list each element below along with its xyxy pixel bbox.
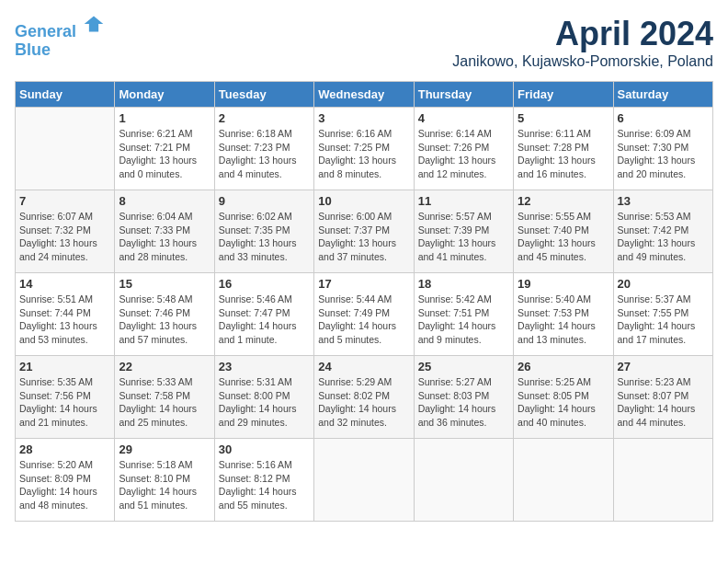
day-number: 21 [19,360,110,373]
day-info: Sunrise: 5:27 AMSunset: 8:03 PMDaylight:… [418,375,509,430]
day-number: 15 [119,277,210,291]
calendar-week-row: 7Sunrise: 6:07 AMSunset: 7:32 PMDaylight… [16,190,713,273]
calendar-cell: 18Sunrise: 5:42 AMSunset: 7:51 PMDayligh… [414,273,513,356]
day-info: Sunrise: 5:48 AMSunset: 7:46 PMDaylight:… [119,293,210,347]
day-number: 20 [618,277,709,291]
day-number: 6 [618,111,709,125]
day-info: Sunrise: 5:31 AMSunset: 8:00 PMDaylight:… [219,375,310,430]
day-info: Sunrise: 5:18 AMSunset: 8:10 PMDaylight:… [119,458,210,512]
weekday-header-thursday: Thursday [414,82,513,108]
day-info: Sunrise: 5:55 AMSunset: 7:40 PMDaylight:… [518,210,609,264]
day-number: 12 [518,194,609,208]
day-number: 3 [318,111,409,125]
logo: General Blue [15,15,105,60]
logo-blue: Blue [15,40,51,59]
day-number: 11 [418,194,509,208]
calendar-cell: 22Sunrise: 5:33 AMSunset: 7:58 PMDayligh… [115,356,214,439]
day-info: Sunrise: 5:57 AMSunset: 7:39 PMDaylight:… [418,210,509,264]
day-info: Sunrise: 6:11 AMSunset: 7:28 PMDaylight:… [518,127,609,181]
calendar-cell: 6Sunrise: 6:09 AMSunset: 7:30 PMDaylight… [613,108,712,190]
calendar-cell: 3Sunrise: 6:16 AMSunset: 7:25 PMDaylight… [314,108,414,190]
calendar-cell: 24Sunrise: 5:29 AMSunset: 8:02 PMDayligh… [314,356,414,439]
day-number: 18 [418,277,509,291]
logo-bird-icon [83,13,105,35]
day-info: Sunrise: 6:09 AMSunset: 7:30 PMDaylight:… [618,127,709,181]
logo-general: General [15,22,76,40]
calendar-cell [414,439,513,522]
day-info: Sunrise: 5:44 AMSunset: 7:49 PMDaylight:… [318,293,409,347]
day-info: Sunrise: 5:29 AMSunset: 8:02 PMDaylight:… [318,375,409,430]
weekday-header-tuesday: Tuesday [214,82,313,108]
calendar-cell: 29Sunrise: 5:18 AMSunset: 8:10 PMDayligh… [115,439,214,522]
weekday-header-wednesday: Wednesday [314,82,414,108]
calendar-cell [613,439,712,522]
day-info: Sunrise: 5:46 AMSunset: 7:47 PMDaylight:… [219,293,310,347]
day-number: 13 [618,194,709,208]
day-number: 25 [418,360,509,373]
day-info: Sunrise: 6:07 AMSunset: 7:32 PMDaylight:… [19,210,110,264]
calendar-cell: 11Sunrise: 5:57 AMSunset: 7:39 PMDayligh… [414,190,513,273]
day-info: Sunrise: 5:51 AMSunset: 7:44 PMDaylight:… [19,293,110,347]
calendar-table: SundayMondayTuesdayWednesdayThursdayFrid… [15,81,713,522]
day-number: 1 [119,111,210,125]
page-header: General Blue April 2024 Janikowo, Kujaws… [15,15,713,70]
day-number: 10 [318,194,409,208]
day-number: 30 [219,442,310,456]
day-number: 17 [318,277,409,291]
svg-marker-0 [85,16,104,31]
calendar-cell: 14Sunrise: 5:51 AMSunset: 7:44 PMDayligh… [16,273,115,356]
weekday-header-sunday: Sunday [16,82,115,108]
day-info: Sunrise: 5:25 AMSunset: 8:05 PMDaylight:… [518,375,609,430]
calendar-cell: 28Sunrise: 5:20 AMSunset: 8:09 PMDayligh… [16,439,115,522]
day-number: 4 [418,111,509,125]
calendar-cell [314,439,414,522]
day-number: 28 [19,442,110,456]
day-info: Sunrise: 5:53 AMSunset: 7:42 PMDaylight:… [618,210,709,264]
calendar-week-row: 21Sunrise: 5:35 AMSunset: 7:56 PMDayligh… [16,356,713,439]
day-number: 27 [618,360,709,373]
calendar-cell: 25Sunrise: 5:27 AMSunset: 8:03 PMDayligh… [414,356,513,439]
calendar-cell: 2Sunrise: 6:18 AMSunset: 7:23 PMDaylight… [214,108,313,190]
day-info: Sunrise: 5:35 AMSunset: 7:56 PMDaylight:… [19,375,110,430]
day-info: Sunrise: 6:16 AMSunset: 7:25 PMDaylight:… [318,127,409,181]
calendar-cell: 15Sunrise: 5:48 AMSunset: 7:46 PMDayligh… [115,273,214,356]
weekday-header-row: SundayMondayTuesdayWednesdayThursdayFrid… [16,82,713,108]
calendar-week-row: 1Sunrise: 6:21 AMSunset: 7:21 PMDaylight… [16,108,713,190]
day-number: 8 [119,194,210,208]
calendar-cell: 21Sunrise: 5:35 AMSunset: 7:56 PMDayligh… [16,356,115,439]
day-info: Sunrise: 5:20 AMSunset: 8:09 PMDaylight:… [19,458,110,512]
day-info: Sunrise: 5:23 AMSunset: 8:07 PMDaylight:… [618,375,709,430]
calendar-cell [514,439,613,522]
day-number: 23 [219,360,310,373]
calendar-week-row: 14Sunrise: 5:51 AMSunset: 7:44 PMDayligh… [16,273,713,356]
calendar-cell: 20Sunrise: 5:37 AMSunset: 7:55 PMDayligh… [613,273,712,356]
day-info: Sunrise: 6:21 AMSunset: 7:21 PMDaylight:… [119,127,210,181]
month-title: April 2024 [452,15,713,53]
day-number: 16 [219,277,310,291]
day-info: Sunrise: 5:37 AMSunset: 7:55 PMDaylight:… [618,293,709,347]
calendar-cell [16,108,115,190]
calendar-cell: 13Sunrise: 5:53 AMSunset: 7:42 PMDayligh… [613,190,712,273]
calendar-cell: 27Sunrise: 5:23 AMSunset: 8:07 PMDayligh… [613,356,712,439]
day-number: 29 [119,442,210,456]
day-number: 24 [318,360,409,373]
calendar-cell: 4Sunrise: 6:14 AMSunset: 7:26 PMDaylight… [414,108,513,190]
day-number: 19 [518,277,609,291]
day-info: Sunrise: 6:04 AMSunset: 7:33 PMDaylight:… [119,210,210,264]
day-number: 5 [518,111,609,125]
day-info: Sunrise: 6:02 AMSunset: 7:35 PMDaylight:… [219,210,310,264]
calendar-cell: 26Sunrise: 5:25 AMSunset: 8:05 PMDayligh… [514,356,613,439]
calendar-cell: 8Sunrise: 6:04 AMSunset: 7:33 PMDaylight… [115,190,214,273]
day-number: 9 [219,194,310,208]
calendar-cell: 9Sunrise: 6:02 AMSunset: 7:35 PMDaylight… [214,190,313,273]
calendar-cell: 30Sunrise: 5:16 AMSunset: 8:12 PMDayligh… [214,439,313,522]
day-number: 2 [219,111,310,125]
day-number: 22 [119,360,210,373]
calendar-cell: 12Sunrise: 5:55 AMSunset: 7:40 PMDayligh… [514,190,613,273]
calendar-cell: 10Sunrise: 6:00 AMSunset: 7:37 PMDayligh… [314,190,414,273]
calendar-cell: 7Sunrise: 6:07 AMSunset: 7:32 PMDaylight… [16,190,115,273]
day-info: Sunrise: 5:40 AMSunset: 7:53 PMDaylight:… [518,293,609,347]
day-info: Sunrise: 6:18 AMSunset: 7:23 PMDaylight:… [219,127,310,181]
location: Janikowo, Kujawsko-Pomorskie, Poland [452,53,713,70]
day-number: 7 [19,194,110,208]
